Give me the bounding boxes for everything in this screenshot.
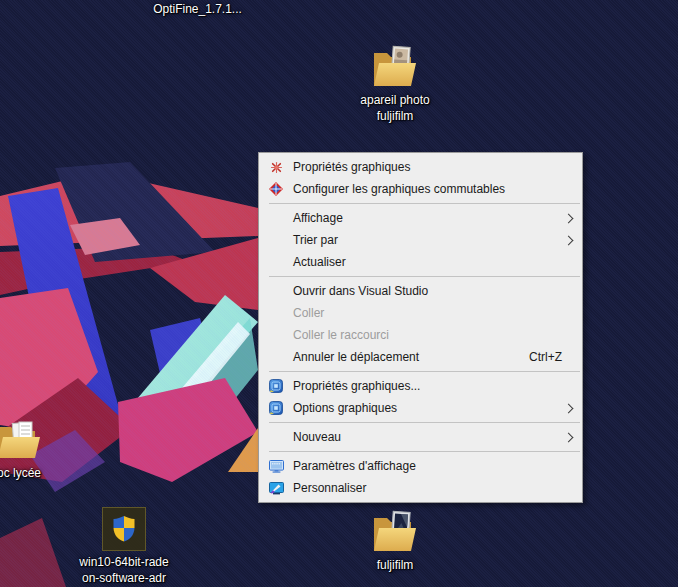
menu-separator: [269, 371, 580, 372]
menu-item-label: Annuler le déplacement: [293, 350, 419, 364]
intel-graphics-icon: [268, 375, 284, 397]
context-menu: Propriétés graphiques Configurer les gra…: [258, 152, 583, 503]
menu-item-graphics-properties-catalyst[interactable]: Propriétés graphiques: [259, 156, 582, 178]
menu-item-label: Propriétés graphiques: [293, 160, 410, 174]
menu-item-label: Personnaliser: [293, 481, 366, 495]
personalize-icon: [268, 477, 284, 499]
menu-item-paste: Coller: [259, 302, 582, 324]
desktop: OptiFine_1.7.1... apareil photo fuljifil…: [0, 0, 678, 587]
menu-separator: [269, 451, 580, 452]
uac-shield-icon: [112, 515, 136, 543]
menu-item-shortcut: Ctrl+Z: [529, 350, 562, 364]
desktop-icon-optifine[interactable]: OptiFine_1.7.1...: [140, 1, 255, 17]
menu-item-label: Coller: [293, 306, 324, 320]
switchable-graphics-icon: [268, 178, 284, 200]
desktop-icon-label: apareil photo: [360, 92, 429, 108]
menu-item-display-settings[interactable]: Paramètres d'affichage: [259, 455, 582, 477]
radeon-icon: [268, 156, 284, 178]
chevron-right-icon: [564, 214, 574, 224]
display-settings-icon: [268, 455, 284, 477]
menu-item-graphics-options[interactable]: Options graphiques: [259, 397, 582, 419]
menu-item-undo-move[interactable]: Annuler le déplacement Ctrl+Z: [259, 346, 582, 368]
folder-photo-icon: [372, 44, 418, 92]
menu-item-configure-switchable-graphics[interactable]: Configurer les graphiques commutables: [259, 178, 582, 200]
menu-item-label: Options graphiques: [293, 401, 397, 415]
chevron-right-icon: [564, 404, 574, 414]
menu-item-personalize[interactable]: Personnaliser: [259, 477, 582, 499]
menu-item-label: Nouveau: [293, 430, 341, 444]
menu-item-label: Affichage: [293, 211, 343, 225]
desktop-icon-label: fuljifilm: [377, 557, 414, 573]
desktop-icon-label: win10-64bit-rade: [79, 554, 168, 570]
desktop-icon-apareil-photo-fuljifilm[interactable]: apareil photo fuljifilm: [330, 44, 460, 124]
desktop-icon-label: oc lycée: [0, 465, 41, 481]
desktop-icon-fuljifilm[interactable]: fuljifilm: [335, 509, 455, 573]
menu-item-refresh[interactable]: Actualiser: [259, 251, 582, 273]
menu-item-label: Trier par: [293, 233, 338, 247]
desktop-icon-oc-lycee[interactable]: oc lycée: [0, 420, 54, 481]
menu-item-label: Coller le raccourci: [293, 328, 389, 342]
menu-item-label: Paramètres d'affichage: [293, 459, 416, 473]
menu-separator: [269, 203, 580, 204]
chevron-right-icon: [564, 236, 574, 246]
installer-icon: [102, 507, 146, 551]
menu-item-label: Propriétés graphiques...: [293, 379, 420, 393]
menu-item-graphics-properties-intel[interactable]: Propriétés graphiques...: [259, 375, 582, 397]
menu-item-label: Actualiser: [293, 255, 346, 269]
folder-documents-icon: [0, 420, 42, 464]
desktop-icon-win10-installer[interactable]: win10-64bit-rade on-software-adr: [56, 507, 192, 586]
desktop-icon-label: fuljifilm: [377, 108, 414, 124]
menu-item-view[interactable]: Affichage: [259, 207, 582, 229]
menu-item-paste-shortcut: Coller le raccourci: [259, 324, 582, 346]
desktop-icon-label: on-software-adr: [82, 570, 166, 586]
menu-item-new[interactable]: Nouveau: [259, 426, 582, 448]
folder-photo-dark-icon: [372, 509, 418, 557]
menu-item-label: Configurer les graphiques commutables: [293, 182, 505, 196]
intel-graphics-icon: [268, 397, 284, 419]
menu-item-sort-by[interactable]: Trier par: [259, 229, 582, 251]
menu-separator: [269, 422, 580, 423]
chevron-right-icon: [564, 433, 574, 443]
menu-separator: [269, 276, 580, 277]
menu-item-label: Ouvrir dans Visual Studio: [293, 284, 428, 298]
menu-item-open-in-visual-studio[interactable]: Ouvrir dans Visual Studio: [259, 280, 582, 302]
desktop-icon-label: OptiFine_1.7.1...: [153, 1, 242, 17]
